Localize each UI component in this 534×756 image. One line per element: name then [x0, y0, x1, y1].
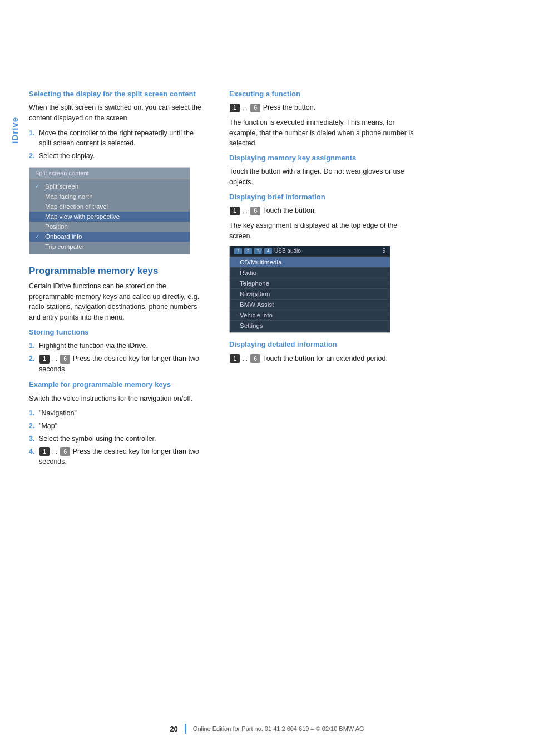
example-intro: Switch the voice instructions for the na…: [29, 394, 207, 404]
menu-display-items: CD/Multimedia Radio Telephone Navigation…: [230, 256, 390, 332]
executing-body1: 1 ... 6 Press the button.: [229, 102, 418, 113]
executing-body2: The function is executed immediately. Th…: [229, 117, 418, 149]
selecting-display-intro: When the split screen is switched on, yo…: [29, 102, 207, 124]
menu-item-map-north: Map facing north: [29, 192, 190, 202]
left-column: Selecting the display for the split scre…: [29, 89, 207, 723]
brief-info-body1: 1 ... 6 Touch the button.: [229, 205, 418, 216]
detailed-info-section: Displaying detailed information 1 ... 6 …: [229, 340, 418, 364]
sidebar: iDrive: [0, 0, 29, 756]
selecting-display-steps: 1. Move the controller to the right repe…: [29, 128, 207, 161]
programmable-memory-heading: Programmable memory keys: [29, 266, 207, 277]
example-heading: Example for programmable memory keys: [29, 380, 207, 390]
menu-icon-2: 2: [244, 248, 252, 254]
menu-icon-1: 1: [234, 248, 242, 254]
detailed-info-body: 1 ... 6 Touch the button for an extended…: [229, 354, 418, 364]
split-screen-menu: Split screen Map facing north Map direct…: [29, 179, 190, 254]
key-group-brief: 1 ... 6: [229, 207, 261, 216]
sidebar-label: iDrive: [10, 117, 19, 144]
exec-key-6: 6: [250, 104, 260, 112]
memory-key-heading: Displaying memory key assignments: [229, 153, 418, 163]
storing-steps: 1. Highlight the function via the iDrive…: [29, 341, 207, 374]
executing-section: Executing a function 1 ... 6 Press the b…: [229, 89, 418, 149]
example-step-4: 4. 1 ... 6 Press the desired key for lon…: [29, 446, 207, 468]
menu-item-telephone: Telephone: [230, 278, 390, 289]
menu-item-position: Position: [29, 222, 190, 232]
selecting-display-section: Selecting the display for the split scre…: [29, 89, 207, 254]
menu-item-navigation: Navigation: [230, 289, 390, 300]
exec-key-1: 1: [230, 104, 240, 112]
footer-text: Online Edition for Part no. 01 41 2 604 …: [193, 725, 364, 732]
menu-display-mockup: 1 2 3 4 USB audio 5 CD/Multimedia Radio …: [229, 246, 390, 333]
footer-page-number: 20: [170, 725, 177, 733]
menu-icon-4: 4: [264, 248, 272, 254]
menu-item-map-perspective: Map view with perspective: [29, 212, 190, 222]
menu-display-header: 1 2 3 4 USB audio 5: [230, 246, 390, 256]
menu-item-onboard: Onboard info: [29, 232, 190, 242]
key-6-badge-2: 6: [60, 447, 70, 456]
footer-bar: [185, 724, 186, 734]
brief-info-section: Displaying brief information 1 ... 6 Tou…: [229, 192, 418, 333]
memory-key-body: Touch the button with a finger. Do not w…: [229, 166, 418, 188]
programmable-memory-section: Programmable memory keys Certain iDrive …: [29, 266, 207, 467]
detailed-key-6: 6: [250, 354, 260, 363]
step-1: 1. Move the controller to the right repe…: [29, 128, 207, 149]
brief-info-body2: The key assignment is displayed at the t…: [229, 220, 418, 242]
menu-item-trip: Trip computer: [29, 242, 190, 252]
menu-item-bmw-assist: BMW Assist: [230, 300, 390, 310]
menu-item-vehicle-info: Vehicle info: [230, 310, 390, 321]
programmable-memory-intro: Certain iDrive functions can be stored o…: [29, 281, 207, 323]
menu-item-cd: CD/Multimedia: [230, 257, 390, 268]
example-step-1: 1. "Navigation": [29, 408, 207, 419]
example-steps: 1. "Navigation" 2. "Map" 3. Select the s…: [29, 408, 207, 467]
detailed-key-1: 1: [230, 354, 240, 363]
brief-touch-text: Touch the button.: [263, 207, 316, 214]
detailed-body-text: Touch the button for an extended period.: [263, 355, 387, 362]
split-screen-mockup: Split screen content Split screen Map fa…: [29, 167, 190, 254]
key-1-badge: 1: [39, 355, 50, 364]
split-screen-header: Split screen content: [29, 168, 190, 179]
right-column: Executing a function 1 ... 6 Press the b…: [229, 89, 418, 723]
selecting-display-heading: Selecting the display for the split scre…: [29, 89, 207, 99]
menu-page: 5: [382, 248, 385, 254]
storing-functions-heading: Storing functions: [29, 327, 207, 337]
brief-info-heading: Displaying brief information: [229, 192, 418, 202]
brief-key-1: 1: [230, 207, 240, 215]
key-6-badge: 6: [60, 355, 70, 364]
key-group-example: 1 ... 6: [39, 447, 71, 456]
storing-step-1: 1. Highlight the function via the iDrive…: [29, 341, 207, 351]
page-footer: 20 Online Edition for Part no. 01 41 2 6…: [0, 724, 534, 734]
executing-body-text: Press the button.: [263, 104, 316, 111]
key-group-exec1: 1 ... 6: [229, 104, 261, 113]
example-step-2: 2. "Map": [29, 421, 207, 431]
menu-item-radio: Radio: [230, 268, 390, 278]
key-group-detailed: 1 ... 6: [229, 354, 261, 364]
step-2: 2. Select the display.: [29, 151, 207, 161]
brief-key-6: 6: [250, 207, 260, 215]
menu-item-map-direction: Map direction of travel: [29, 202, 190, 212]
detailed-info-heading: Displaying detailed information: [229, 340, 418, 350]
memory-key-section: Displaying memory key assignments Touch …: [229, 153, 418, 188]
storing-step-2: 2. 1 ... 6 Press the desired key for lon…: [29, 354, 207, 375]
menu-item-settings: Settings: [230, 321, 390, 331]
main-content: Selecting the display for the split scre…: [29, 0, 534, 756]
menu-icon-3: 3: [254, 248, 262, 254]
menu-title: USB audio: [274, 248, 301, 254]
key-group-store: 1 ... 6: [39, 354, 71, 364]
executing-heading: Executing a function: [229, 89, 418, 99]
page-container: iDrive Selecting the display for the spl…: [0, 0, 534, 756]
example-step-3: 3. Select the symbol using the controlle…: [29, 434, 207, 444]
key-1-badge-2: 1: [39, 447, 50, 456]
menu-item-split-screen: Split screen: [29, 181, 190, 192]
